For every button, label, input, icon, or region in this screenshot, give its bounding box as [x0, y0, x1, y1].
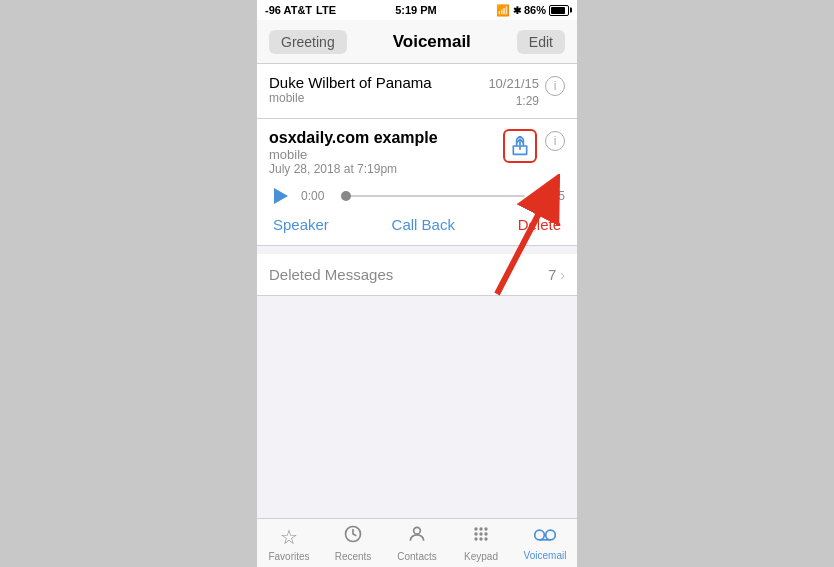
svg-point-5	[474, 527, 477, 530]
share-icon	[510, 136, 530, 156]
bluetooth-icon: ✱	[513, 5, 521, 16]
battery-label: 86%	[524, 4, 546, 16]
svg-point-4	[414, 527, 421, 534]
callback-button[interactable]: Call Back	[392, 216, 455, 233]
play-button[interactable]	[269, 184, 293, 208]
share-button[interactable]	[503, 129, 537, 163]
voicemail-item-2: osxdaily.com example mobile July 28, 201…	[257, 119, 577, 246]
deleted-messages-row[interactable]: Deleted Messages 7 ›	[257, 254, 577, 296]
tab-voicemail[interactable]: Voicemail	[513, 519, 577, 567]
status-right: 📶 ✱ 86%	[496, 4, 569, 17]
vm-left-1: Duke Wilbert of Panama mobile	[269, 74, 488, 105]
speaker-button[interactable]: Speaker	[273, 216, 329, 233]
delete-button[interactable]: Delete	[518, 216, 561, 233]
time-elapsed: 0:00	[301, 189, 333, 203]
vm-right-2: i	[503, 129, 565, 163]
vm-date-duration: 10/21/15 1:29	[488, 74, 539, 108]
deleted-count: 7	[548, 266, 556, 283]
svg-point-14	[535, 530, 545, 540]
nav-bar: Greeting Voicemail Edit	[257, 20, 577, 64]
favorites-icon: ☆	[280, 525, 298, 549]
tab-bar: ☆ Favorites Recents Contacts	[257, 518, 577, 567]
vm-type-1: mobile	[269, 91, 488, 105]
phone-frame: -96 AT&T LTE 5:19 PM 📶 ✱ 86% Greeting Vo…	[257, 0, 577, 567]
svg-point-12	[479, 537, 482, 540]
status-left: -96 AT&T LTE	[265, 4, 336, 16]
keypad-label: Keypad	[464, 551, 498, 562]
voicemail-list: Duke Wilbert of Panama mobile 10/21/15 1…	[257, 64, 577, 518]
svg-point-6	[479, 527, 482, 530]
vm-right-1: 10/21/15 1:29 i	[488, 74, 565, 108]
vm-date-2: July 28, 2018 at 7:19pm	[269, 162, 438, 176]
time-remaining: -0:35	[533, 189, 565, 203]
deleted-messages-label: Deleted Messages	[269, 266, 393, 283]
vm-expanded-header: osxdaily.com example mobile July 28, 201…	[269, 129, 565, 176]
play-icon	[274, 188, 288, 204]
carrier-label: -96 AT&T	[265, 4, 312, 16]
svg-point-8	[474, 532, 477, 535]
favorites-label: Favorites	[268, 551, 309, 562]
battery-icon	[549, 5, 569, 16]
tab-contacts[interactable]: Contacts	[385, 519, 449, 567]
nav-title: Voicemail	[393, 32, 471, 52]
info-button-1[interactable]: i	[545, 76, 565, 96]
contacts-label: Contacts	[397, 551, 436, 562]
svg-point-15	[546, 530, 556, 540]
time-label: 5:19 PM	[395, 4, 437, 16]
vm-info-left: osxdaily.com example mobile July 28, 201…	[269, 129, 438, 176]
progress-bar[interactable]	[341, 195, 525, 197]
voicemail-tab-label: Voicemail	[524, 550, 567, 561]
status-bar: -96 AT&T LTE 5:19 PM 📶 ✱ 86%	[257, 0, 577, 20]
wifi-icon: 📶	[496, 4, 510, 17]
greeting-button[interactable]: Greeting	[269, 30, 347, 54]
tab-keypad[interactable]: Keypad	[449, 519, 513, 567]
chevron-right-icon: ›	[560, 267, 565, 283]
vm-duration-1: 1:29	[488, 94, 539, 108]
vm-name-2: osxdaily.com example	[269, 129, 438, 147]
tab-recents[interactable]: Recents	[321, 519, 385, 567]
svg-point-7	[484, 527, 487, 530]
svg-point-11	[474, 537, 477, 540]
progress-handle	[341, 191, 351, 201]
vm-name-1: Duke Wilbert of Panama	[269, 74, 488, 91]
recents-label: Recents	[335, 551, 372, 562]
voicemail-icon	[534, 525, 556, 548]
info-button-2[interactable]: i	[545, 131, 565, 151]
recents-icon	[343, 524, 363, 549]
share-btn-wrapper	[503, 129, 537, 163]
vm-type-2: mobile	[269, 147, 438, 162]
edit-button[interactable]: Edit	[517, 30, 565, 54]
svg-point-9	[479, 532, 482, 535]
svg-point-13	[484, 537, 487, 540]
tab-favorites[interactable]: ☆ Favorites	[257, 519, 321, 567]
voicemail-item-1[interactable]: Duke Wilbert of Panama mobile 10/21/15 1…	[257, 64, 577, 119]
vm-date-1: 10/21/15	[488, 76, 539, 91]
deleted-right: 7 ›	[548, 266, 565, 283]
action-buttons: Speaker Call Back Delete	[269, 216, 565, 233]
network-label: LTE	[316, 4, 336, 16]
contacts-icon	[407, 524, 427, 549]
svg-point-10	[484, 532, 487, 535]
audio-player: 0:00 -0:35	[269, 184, 565, 208]
keypad-icon	[471, 524, 491, 549]
